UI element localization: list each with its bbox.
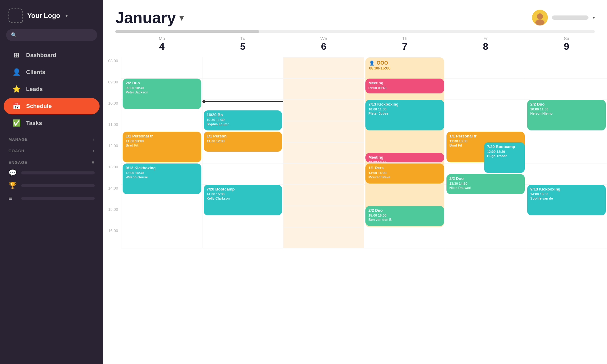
- cell-0-0: [121, 57, 202, 79]
- cell-4-5: [445, 163, 526, 185]
- calendar-grid: Mo4Tu5We6Th7Fr8Sa908:0009:0010:0011:0012…: [103, 33, 607, 275]
- progress-wrap: [103, 27, 607, 33]
- cell-4-3: [445, 121, 526, 142]
- sidebar-item-leads[interactable]: ⭐Leads: [4, 81, 100, 97]
- sidebar-item-dashboard[interactable]: ⊞Dashboard: [4, 47, 100, 63]
- section-chevron-icon: ›: [93, 148, 95, 153]
- cell-0-6: [121, 185, 202, 206]
- engage-bar: [21, 184, 95, 187]
- cell-3-4: [364, 142, 445, 163]
- cell-3-1: [364, 79, 445, 100]
- cell-0-8: [121, 227, 202, 248]
- cell-1-6: [202, 185, 283, 206]
- tasks-icon: ✅: [12, 119, 21, 127]
- cell-4-1: [445, 79, 526, 100]
- calendar-wrap[interactable]: Mo4Tu5We6Th7Fr8Sa908:0009:0010:0011:0012…: [103, 33, 607, 364]
- day-header-sa: Sa9: [526, 33, 607, 57]
- logo-chevron-icon: ▾: [66, 13, 68, 18]
- logo-text: Your Logo: [27, 12, 60, 20]
- sections-container: MANAGE›COACH›ENGAGE∨: [0, 132, 103, 167]
- logo-box: [8, 8, 23, 23]
- cell-2-4: [283, 142, 364, 163]
- cell-4-7: [445, 206, 526, 227]
- month-chevron-icon[interactable]: ▾: [179, 13, 184, 23]
- cell-5-4: [526, 142, 607, 163]
- cell-5-1: [526, 79, 607, 100]
- cell-2-5: [283, 163, 364, 185]
- cell-2-7: [283, 206, 364, 227]
- schedule-icon: 📅: [12, 102, 21, 110]
- leads-label: Leads: [26, 86, 43, 93]
- cell-2-1: [283, 79, 364, 100]
- engage-row[interactable]: 💬: [8, 169, 95, 177]
- cell-4-4: [445, 142, 526, 163]
- cell-2-6: [283, 185, 364, 206]
- dashboard-label: Dashboard: [26, 52, 56, 59]
- sidebar-item-schedule[interactable]: 📅Schedule: [4, 98, 100, 114]
- search-bar[interactable]: 🔍: [6, 29, 97, 41]
- svg-point-2: [535, 19, 544, 25]
- cell-0-3: [121, 121, 202, 142]
- cell-1-4: [202, 142, 283, 163]
- cell-4-2: [445, 100, 526, 121]
- month-title: January ▾: [115, 8, 184, 27]
- cell-5-2: [526, 100, 607, 121]
- sidebar-item-tasks[interactable]: ✅Tasks: [4, 115, 100, 131]
- cell-5-7: [526, 206, 607, 227]
- cell-5-8: [526, 227, 607, 248]
- cell-2-0: [283, 57, 364, 79]
- user-name-bar: [552, 15, 588, 20]
- engage-row[interactable]: ≡: [8, 194, 95, 202]
- cell-4-0: [445, 57, 526, 79]
- section-chevron-icon: ›: [93, 137, 95, 142]
- tasks-label: Tasks: [26, 120, 42, 126]
- month-label: January: [115, 8, 176, 27]
- section-manage[interactable]: MANAGE›: [0, 132, 103, 143]
- cell-1-1: [202, 79, 283, 100]
- cell-1-8: [202, 227, 283, 248]
- leads-icon: ⭐: [12, 85, 21, 93]
- time-label: 09:00: [103, 79, 121, 100]
- clients-label: Clients: [26, 69, 45, 76]
- sidebar-logo[interactable]: Your Logo ▾: [0, 0, 103, 29]
- day-header-th: Th7: [364, 33, 445, 57]
- schedule-label: Schedule: [26, 103, 52, 110]
- time-label: 16:00: [103, 227, 121, 248]
- user-chevron-icon[interactable]: ▾: [593, 15, 595, 20]
- cell-4-8: [445, 227, 526, 248]
- header: January ▾ ▾: [103, 0, 607, 27]
- cell-1-7: [202, 206, 283, 227]
- cell-0-2: [121, 100, 202, 121]
- section-coach[interactable]: COACH›: [0, 143, 103, 155]
- cell-3-8: [364, 227, 445, 248]
- engage-bar: [21, 197, 95, 200]
- search-input[interactable]: [20, 32, 92, 38]
- cell-0-1: [121, 79, 202, 100]
- nav-list: ⊞Dashboard👤Clients⭐Leads📅Schedule✅Tasks: [0, 46, 103, 132]
- cell-3-0: [364, 57, 445, 79]
- svg-point-1: [537, 13, 543, 19]
- engage-icon: ≡: [8, 194, 17, 202]
- cell-3-7: [364, 206, 445, 227]
- cell-1-2: [202, 100, 283, 121]
- day-header-fr: Fr8: [445, 33, 526, 57]
- cell-1-3: [202, 121, 283, 142]
- cell-2-2: [283, 100, 364, 121]
- cell-1-5: [202, 163, 283, 185]
- cell-5-6: [526, 185, 607, 206]
- section-engage: ENGAGE∨: [0, 155, 103, 167]
- cell-3-5: [364, 163, 445, 185]
- header-right: ▾: [532, 10, 595, 25]
- cell-2-8: [283, 227, 364, 248]
- cell-0-7: [121, 206, 202, 227]
- cell-1-0: [202, 57, 283, 79]
- sidebar-item-clients[interactable]: 👤Clients: [4, 64, 100, 80]
- clients-icon: 👤: [12, 68, 21, 76]
- engage-bar: [21, 171, 95, 174]
- dashboard-icon: ⊞: [12, 51, 21, 59]
- search-icon: 🔍: [11, 32, 17, 38]
- progress-bar-fill: [115, 30, 259, 33]
- day-header-tu: Tu5: [202, 33, 283, 57]
- engage-row[interactable]: 🏆: [8, 182, 95, 190]
- engage-icon: 🏆: [8, 182, 17, 190]
